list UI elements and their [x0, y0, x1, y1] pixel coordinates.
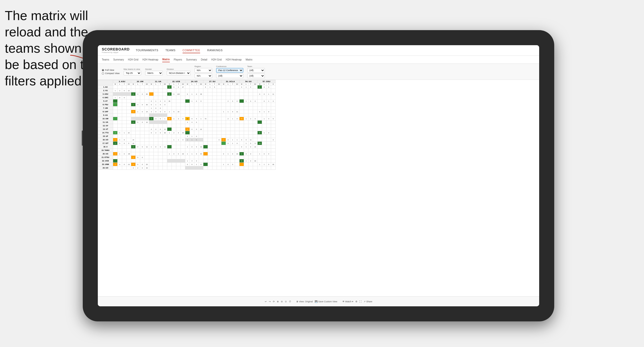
cell-9-31: 0	[253, 117, 258, 121]
sub-nav-matrix2[interactable]: Matrix	[246, 57, 253, 62]
conference-select[interactable]: Pac-12 Conference	[216, 68, 243, 73]
conference-select2[interactable]: (All)	[216, 74, 243, 78]
cell-10-19	[199, 121, 203, 124]
timer-btn[interactable]: ⏱	[289, 300, 291, 303]
cell-23-32	[258, 166, 262, 170]
cell-19-11	[163, 152, 167, 156]
nav-committee[interactable]: COMMITTEE	[183, 48, 200, 53]
cell-23-28	[239, 166, 244, 170]
gender-select[interactable]: Men's	[145, 71, 163, 75]
sub-nav-players[interactable]: Players	[174, 57, 182, 62]
cell-11-25	[226, 124, 230, 128]
cell-1-9	[154, 89, 158, 92]
full-view-radio-circle[interactable]	[102, 69, 104, 71]
cell-18-23	[217, 149, 221, 152]
save-view-btn[interactable]: 💾 Save Custom View	[315, 300, 337, 303]
cell-6-31	[253, 106, 258, 110]
cell-16-25: 0	[226, 142, 230, 145]
cell-10-21	[208, 121, 212, 124]
matrix-container[interactable]: 3. ASU 10. UW 11. UA 22. UCB 24. UO 27. …	[98, 80, 539, 300]
max-teams-select[interactable]: Top 25	[124, 71, 141, 75]
cell-14-16: 0	[185, 135, 190, 138]
cell-8-13	[172, 113, 176, 117]
cell-2-15	[181, 92, 185, 96]
sub-nav-detail[interactable]: Detail	[201, 57, 207, 62]
sub-nav-h2hheatmap[interactable]: H2H Heatmap	[142, 57, 158, 62]
cell-17-13	[172, 145, 176, 149]
nav-teams[interactable]: TEAMS	[165, 48, 175, 53]
cell-10-32	[258, 121, 262, 124]
cell-2-30	[249, 92, 253, 96]
sub-nav-h2hheatmap2[interactable]: H2H Heatmap	[226, 57, 241, 62]
cell-0-13: 0	[172, 85, 176, 89]
nav-tournaments[interactable]: TOURNAMENTS	[136, 48, 158, 53]
view-original-btn[interactable]: 🖥 View: Original	[296, 300, 313, 303]
cell-1-15	[181, 89, 185, 92]
row-label-22: 23. UNM	[98, 163, 113, 166]
cell-10-26	[230, 121, 235, 124]
zoom-in-btn[interactable]: ⊕	[277, 300, 279, 303]
full-view-radio[interactable]: Full View	[102, 69, 120, 71]
cell-16-27: 0	[235, 142, 239, 145]
cell-19-26: 0	[230, 152, 235, 156]
cell-2-23	[217, 92, 221, 96]
cell-5-8: 0	[149, 103, 154, 106]
sub-nav-h2hgrid[interactable]: H2H Grid	[128, 57, 138, 62]
refresh-btn[interactable]: ⟳	[273, 300, 275, 303]
options-btn[interactable]: ⚙	[355, 300, 357, 303]
team-select2[interactable]: (All)	[247, 74, 265, 78]
cell-8-1	[118, 113, 122, 117]
fullscreen-btn[interactable]: ⛶	[359, 300, 362, 303]
cell-20-31	[253, 156, 258, 159]
cell-4-22	[212, 99, 217, 103]
compact-view-radio[interactable]: Compact View	[102, 72, 120, 75]
cell-0-28: 0	[239, 85, 244, 89]
cell-23-9	[154, 166, 158, 170]
region-select[interactable]: N/A	[195, 68, 212, 73]
sub-nav-teams[interactable]: Teams	[102, 57, 109, 62]
sub-nav-matrix[interactable]: Matrix	[162, 57, 170, 62]
cell-4-10: 4	[158, 99, 163, 103]
division-select[interactable]: NCAA Division I	[167, 71, 191, 75]
compact-view-radio-circle[interactable]	[102, 72, 104, 75]
cell-21-0	[113, 159, 118, 163]
cell-2-17: 1	[190, 92, 194, 96]
sub-nav-summary2[interactable]: Summary	[186, 57, 197, 62]
share-btn[interactable]: ↗ Share	[364, 300, 372, 303]
cell-18-13	[172, 149, 176, 152]
cell-22-33: 1	[262, 163, 267, 166]
logo-area: SCOREBOARD Powered by clippd	[102, 47, 130, 53]
cell-3-2: 0	[122, 96, 127, 99]
cell-11-5	[136, 124, 140, 128]
watch-btn[interactable]: 👁 Watch ▾	[342, 300, 353, 303]
cell-9-3	[127, 117, 131, 121]
cell-23-23	[217, 166, 221, 170]
cell-18-22	[212, 149, 217, 152]
row-label-20: 21. ETSU	[98, 156, 113, 159]
undo-btn[interactable]: ↩	[265, 300, 267, 303]
nav-rankings[interactable]: RANKINGS	[207, 48, 222, 53]
cell-2-7: 80	[145, 92, 149, 96]
region-select2[interactable]: N/A	[195, 74, 212, 78]
division-filter: Division NCAA Division I	[167, 68, 191, 75]
gender-label: Gender	[145, 68, 163, 70]
reset-btn[interactable]: ⊙	[285, 300, 287, 303]
sub-nav-h2hgrid2[interactable]: H2H Grid	[211, 57, 222, 62]
zoom-out-btn[interactable]: ⊖	[281, 300, 283, 303]
cell-21-26	[230, 159, 235, 163]
cell-12-26	[230, 128, 235, 131]
cell-14-28	[239, 135, 244, 138]
cell-23-12	[167, 166, 172, 170]
cell-4-5	[136, 99, 140, 103]
cell-18-16	[185, 149, 190, 152]
cell-8-8	[149, 113, 154, 117]
cell-21-15	[181, 159, 185, 163]
team-select[interactable]: (All)	[247, 68, 265, 73]
redo-btn[interactable]: ↪	[269, 300, 271, 303]
cell-17-4: 1	[131, 145, 136, 149]
cell-19-30: 0	[249, 152, 253, 156]
sub-nav-summary[interactable]: Summary	[113, 57, 124, 62]
toolbar-center: 🖥 View: Original 💾 Save Custom View	[296, 300, 337, 303]
cell-8-28	[239, 113, 244, 117]
cell-22-1: 0	[118, 163, 122, 166]
